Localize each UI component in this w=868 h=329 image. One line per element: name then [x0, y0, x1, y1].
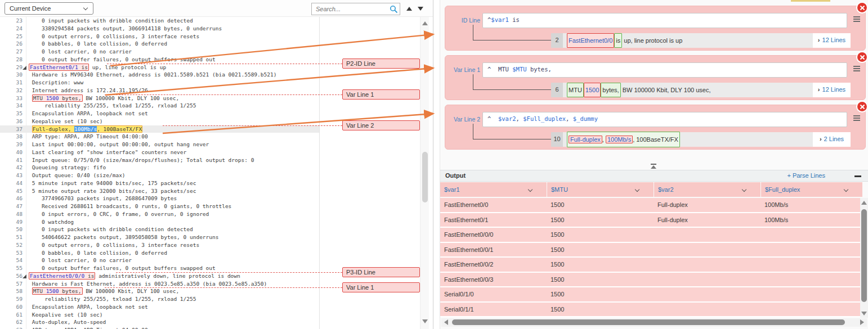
search-icon[interactable]: [390, 5, 398, 13]
line-text: 5 minute output rate 32000 bits/sec, 33 …: [29, 187, 196, 195]
column-header-Full_duplex[interactable]: $Full_duplex: [761, 182, 862, 197]
annotation-label[interactable]: Var Line 1: [342, 282, 420, 292]
fold-marker-icon[interactable]: [23, 66, 26, 70]
editor-line[interactable]: 49 0 watchdog: [0, 218, 319, 226]
collapse-output-icon[interactable]: [650, 164, 657, 169]
editor-line[interactable]: 47 Received 2688611 broadcasts, 0 runts,…: [0, 202, 319, 210]
table-row[interactable]: FastEthernet0/0/31500: [440, 273, 861, 288]
scroll-up-arrow-icon[interactable]: [422, 21, 428, 25]
editor-line[interactable]: 44 5 minute input rate 94000 bits/sec, 1…: [0, 179, 319, 187]
table-row[interactable]: Serial0/1/11500: [440, 303, 861, 318]
text-segment: [29, 126, 32, 132]
expand-lines-link[interactable]: ›12 Lines: [813, 33, 851, 48]
editor-line[interactable]: 37 Full-duplex, 100Mb/s, 100BaseTX/FX: [0, 125, 319, 133]
column-header-MTU[interactable]: $MTU: [547, 182, 654, 197]
editor-line[interactable]: 58 MTU 1500 bytes, BW 100000 Kbit, DLY 1…: [0, 287, 319, 295]
editor-line[interactable]: 28 0 output buffer failures, 0 output bu…: [0, 56, 319, 64]
output-vertical-scrollbar[interactable]: [860, 198, 868, 318]
expand-lines-link[interactable]: ›12 Lines: [813, 83, 851, 97]
rule-menu-icon[interactable]: [853, 66, 860, 73]
column-header-var1[interactable]: $var1: [440, 182, 547, 197]
editor-line[interactable]: 23 0 input packets with dribble conditio…: [0, 17, 319, 25]
find-next-button[interactable]: [418, 7, 423, 11]
editor-line[interactable]: 42 Queueing strategy: fifo: [0, 164, 319, 172]
chevron-down-icon[interactable]: [742, 187, 746, 192]
scrollbar-thumb[interactable]: [452, 319, 845, 325]
fold-marker-icon[interactable]: [23, 274, 26, 278]
search-input[interactable]: [312, 3, 388, 15]
scrollbar-thumb[interactable]: [422, 152, 428, 202]
editor-line[interactable]: 59 reliability 255/255, txload 1/255, rx…: [0, 295, 319, 303]
scroll-down-arrow-icon[interactable]: [422, 319, 428, 323]
editor-line[interactable]: 52 0 output errors, 0 collisions, 3 inte…: [0, 241, 319, 249]
editor-line[interactable]: 39 Last input 00:00:00, output 00:00:00,…: [0, 141, 319, 148]
pattern-input[interactable]: ^$var1 is: [482, 13, 847, 28]
annotation-label[interactable]: Var Line 1: [342, 89, 420, 100]
pattern-input[interactable]: ^ $var2, $Full_duplex, $_dummy: [482, 112, 847, 127]
device-selector-dropdown[interactable]: Current Device: [5, 2, 93, 15]
editor-line[interactable]: 33 MTU 1500 bytes, BW 100000 Kbit, DLY 1…: [0, 94, 319, 102]
chevron-down-icon[interactable]: [844, 187, 848, 192]
editor-line[interactable]: 53 0 babbles, 0 late collision, 0 deferr…: [0, 249, 319, 257]
parse-lines-button[interactable]: + Parse Lines: [787, 172, 825, 179]
table-row[interactable]: FastEthernet0/0/11500: [440, 243, 861, 258]
close-rule-button[interactable]: [857, 52, 867, 62]
annotation-label[interactable]: P2-ID Line: [342, 58, 420, 69]
editor-line[interactable]: 61 Keepalive set (10 sec): [0, 311, 319, 319]
editor-line[interactable]: 51 540646622 packets output, 3895058058 …: [0, 233, 319, 241]
rule-menu-icon[interactable]: [853, 115, 860, 122]
editor-line[interactable]: 32 Internet address is 172.24.31.195/26: [0, 87, 319, 94]
minimize-output-icon[interactable]: [854, 175, 861, 177]
close-rule-button[interactable]: [857, 3, 867, 12]
editor-line[interactable]: 25 0 output errors, 0 collisions, 3 inte…: [0, 33, 319, 40]
editor-line[interactable]: 36 Keepalive set (10 sec): [0, 118, 319, 125]
editor-line[interactable]: 34 reliability 255/255, txload 1/255, rx…: [0, 102, 319, 110]
editor-vertical-scrollbar[interactable]: [420, 17, 429, 329]
scroll-up-arrow-icon[interactable]: [861, 201, 867, 205]
scroll-right-arrow-icon[interactable]: [860, 319, 864, 325]
annotation-label[interactable]: P3-ID Line: [342, 267, 420, 277]
editor-line[interactable]: 38 ARP type: ARPA, ARP Timeout 04:00:00: [0, 133, 319, 141]
editor-line[interactable]: 55 0 output buffer failures, 0 output bu…: [0, 264, 319, 272]
editor-line[interactable]: 41 Input queue: 0/75/0/0 (size/max/drops…: [0, 156, 319, 164]
editor-line[interactable]: 56FastEthernet0/0/0 is administratively …: [0, 272, 319, 280]
editor-line[interactable]: 27 0 lost carrier, 0 no carrier: [0, 48, 319, 56]
scroll-left-arrow-icon[interactable]: [444, 319, 448, 325]
editor-line[interactable]: 40 Last clearing of "show interface" cou…: [0, 148, 319, 156]
editor-line[interactable]: 35 Encapsulation ARPA, loopback not set: [0, 110, 319, 118]
editor-line[interactable]: 63 ARP type: ARPA, ARP Timeout 04:00:00: [0, 326, 319, 329]
scroll-down-arrow-icon[interactable]: [861, 312, 867, 316]
editor-line[interactable]: 46 3774966703 packets input, 2688647009 …: [0, 195, 319, 202]
editor-line[interactable]: 48 0 input errors, 0 CRC, 0 frame, 0 ove…: [0, 210, 319, 218]
editor-line[interactable]: 57 Hardware is Fast Ethernet, address is…: [0, 280, 319, 288]
chevron-down-icon[interactable]: [635, 187, 639, 192]
output-horizontal-scrollbar[interactable]: [441, 318, 867, 327]
editor-line[interactable]: 45 5 minute output rate 32000 bits/sec, …: [0, 187, 319, 195]
editor-line[interactable]: 29FastEthernet0/1 is up, line protocol i…: [0, 64, 319, 71]
editor-line[interactable]: 43 Output queue: 0/40 (size/max): [0, 172, 319, 179]
rule-menu-icon[interactable]: [853, 16, 860, 23]
pattern-input[interactable]: ^ MTU $MTU bytes,: [482, 62, 847, 78]
parser-builder-app: Current Device 23 0 input packets with d…: [0, 0, 868, 329]
editor-line[interactable]: 60 Encapsulation ARPA, loopback not set: [0, 303, 319, 311]
chevron-down-icon[interactable]: [528, 187, 533, 192]
expand-lines-link[interactable]: ›2 Lines: [813, 132, 851, 147]
editor-line[interactable]: 31 Description: www: [0, 79, 319, 87]
editor-line[interactable]: 24 3389294584 packets output, 3066914118…: [0, 25, 319, 33]
table-row[interactable]: FastEthernet0/11500Full-duplex100Mb/s: [440, 213, 861, 228]
editor-line[interactable]: 26 0 babbles, 0 late collision, 0 deferr…: [0, 40, 319, 48]
column-header-var2[interactable]: $var2: [654, 182, 760, 197]
close-rule-button[interactable]: [857, 102, 867, 111]
table-row[interactable]: FastEthernet0/01500Full-duplex100Mb/s: [440, 198, 861, 213]
annotation-label[interactable]: Var Line 2: [342, 120, 420, 130]
table-row[interactable]: FastEthernet0/0/21500: [440, 258, 861, 273]
table-row[interactable]: FastEthernet0/0/01500: [440, 228, 861, 243]
editor-line[interactable]: 54 0 lost carrier, 0 no carrier: [0, 256, 319, 264]
editor-line[interactable]: 62 Auto-duplex, Auto-speed: [0, 318, 319, 326]
find-previous-button[interactable]: [406, 7, 412, 11]
editor-line[interactable]: 50 0 input packets with dribble conditio…: [0, 226, 319, 233]
editor-line[interactable]: 30 Hardware is MV96340 Ethernet, address…: [0, 71, 319, 79]
config-text-editor[interactable]: 23 0 input packets with dribble conditio…: [0, 17, 433, 329]
table-row[interactable]: Serial0/1/01500: [440, 287, 861, 303]
scrollbar-thumb[interactable]: [861, 209, 867, 302]
